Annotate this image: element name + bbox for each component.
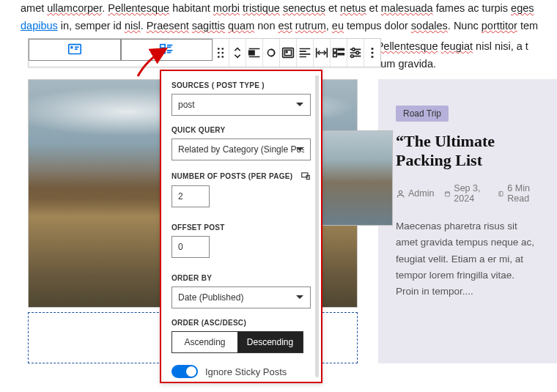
settings-button[interactable] [347,39,364,67]
svg-point-20 [371,48,373,50]
svg-rect-24 [446,191,450,196]
order-label: ORDER (ASC/DESC) [171,319,311,327]
svg-point-6 [221,52,224,54]
orderby-label: ORDER BY [171,274,311,282]
move-up-down-button[interactable] [229,39,246,67]
ignore-sticky-toggle[interactable] [171,365,198,378]
width-button[interactable] [314,39,331,67]
svg-point-22 [371,56,373,58]
post-title[interactable]: “The Ultimate Packing List [396,132,539,170]
read-time-meta: 6 Min Read [498,183,539,204]
svg-point-5 [218,52,220,54]
offset-label: OFFSET POST [171,223,311,232]
post-card-image [320,130,393,226]
svg-rect-15 [333,53,337,57]
quick-query-label: QUICK QUERY [171,126,311,134]
post-card[interactable]: Road Trip “The Ultimate Packing List Adm… [378,79,557,363]
num-posts-label: NUMBER OF POSTS (PER PAGE) [171,171,311,181]
orderby-select[interactable] [171,286,311,308]
query-link-button[interactable] [263,39,280,67]
device-icon [300,171,311,181]
date-meta: Sep 3, 2024 [444,183,487,204]
author-meta[interactable]: Admin [396,188,434,199]
post-date: Sep 3, 2024 [454,183,487,204]
svg-point-3 [218,48,220,50]
offset-input[interactable] [171,236,210,258]
block-toolbar [28,38,381,67]
svg-point-7 [218,56,220,58]
post-meta: Admin Sep 3, 2024 6 Min Read [396,183,539,204]
svg-point-17 [352,48,355,51]
author-name: Admin [408,188,434,199]
image-button[interactable] [280,39,297,67]
svg-point-12 [286,51,287,53]
category-tag[interactable]: Road Trip [396,106,449,122]
svg-point-8 [221,56,224,58]
svg-rect-14 [338,49,344,51]
query-settings-popover: SOURCES ( POST TYPE ) QUICK QUERY NUMBER… [160,70,322,383]
svg-point-23 [399,191,402,193]
svg-point-19 [351,55,354,58]
svg-point-4 [221,48,224,50]
columns-button[interactable] [331,39,347,67]
ignore-sticky-label: Ignore Sticky Posts [205,366,287,377]
book-icon [498,189,504,199]
order-toggle: Ascending Descending [171,331,303,353]
svg-rect-9 [249,51,254,55]
post-excerpt: Maecenas pharetra risus sit amet gravida… [396,218,539,300]
more-options-button[interactable] [364,39,380,67]
svg-rect-25 [499,191,503,196]
sources-select[interactable] [171,94,311,116]
svg-point-21 [371,51,373,53]
svg-rect-16 [338,53,344,55]
sources-label: SOURCES ( POST TYPE ) [171,81,311,89]
align-button[interactable] [246,39,263,67]
user-icon [396,189,405,199]
quick-query-select[interactable] [171,138,311,160]
drag-handle[interactable] [213,39,229,67]
svg-rect-13 [333,49,337,53]
order-desc-button[interactable]: Descending [237,332,303,352]
order-asc-button[interactable]: Ascending [172,332,237,352]
svg-point-18 [356,51,359,54]
block-type-button[interactable] [29,39,121,61]
text-align-button[interactable] [297,39,314,67]
read-time: 6 Min Read [507,183,539,204]
num-posts-input[interactable] [171,185,210,207]
calendar-icon [444,189,451,199]
